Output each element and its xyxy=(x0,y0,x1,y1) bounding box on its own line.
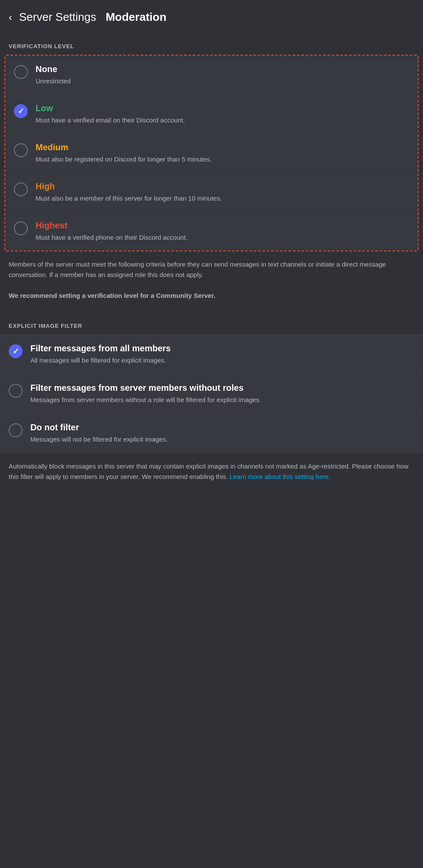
header: ‹ Server Settings Moderation xyxy=(0,0,423,33)
option-subtitle-low: Must have a verified email on their Disc… xyxy=(36,116,185,125)
option-subtitle-high: Must also be a member of this server for… xyxy=(36,194,222,203)
option-subtitle-no-filter: Messages will not be filtered for explic… xyxy=(30,435,168,444)
option-text-none: None Unrestricted xyxy=(36,64,71,86)
option-title-none: None xyxy=(36,64,71,74)
radio-high[interactable] xyxy=(14,182,28,196)
explicit-option-filter-no-roles[interactable]: Filter messages from server members with… xyxy=(0,374,423,413)
option-title-no-filter: Do not filter xyxy=(30,422,168,432)
radio-no-filter[interactable] xyxy=(9,423,23,437)
verification-description: Members of the server must meet the foll… xyxy=(0,251,423,309)
option-title-filter-all: Filter messages from all members xyxy=(30,343,171,353)
option-text-filter-no-roles: Filter messages from server members with… xyxy=(30,383,261,404)
verification-option-none[interactable]: None Unrestricted xyxy=(5,56,418,95)
verification-option-medium[interactable]: Medium Must also be registered on Discor… xyxy=(5,134,418,173)
radio-low[interactable] xyxy=(14,104,28,118)
option-subtitle-filter-no-roles: Messages from server members without a r… xyxy=(30,395,261,404)
option-subtitle-none: Unrestricted xyxy=(36,76,71,86)
option-title-highest: Highest xyxy=(36,221,187,231)
explicit-option-filter-all[interactable]: Filter messages from all members All mes… xyxy=(0,335,423,374)
learn-more-link[interactable]: Learn more about this setting here. xyxy=(230,473,331,480)
option-subtitle-medium: Must also be registered on Discord for l… xyxy=(36,155,212,164)
option-text-medium: Medium Must also be registered on Discor… xyxy=(36,142,212,164)
radio-medium[interactable] xyxy=(14,143,28,157)
explicit-footer: Automatically block messages in this ser… xyxy=(0,453,423,490)
verification-recommendation: We recommend setting a verification leve… xyxy=(9,292,216,299)
explicit-option-no-filter[interactable]: Do not filter Messages will not be filte… xyxy=(0,414,423,453)
option-text-highest: Highest Must have a verified phone on th… xyxy=(36,221,187,242)
option-text-low: Low Must have a verified email on their … xyxy=(36,103,185,125)
radio-none[interactable] xyxy=(14,65,28,79)
radio-filter-all[interactable] xyxy=(9,344,23,358)
back-button[interactable]: ‹ xyxy=(9,11,12,23)
radio-filter-no-roles[interactable] xyxy=(9,384,23,398)
verification-options-box: None Unrestricted Low Must have a verifi… xyxy=(4,55,419,251)
option-title-low: Low xyxy=(36,103,185,113)
radio-highest[interactable] xyxy=(14,221,28,235)
option-subtitle-highest: Must have a verified phone on their Disc… xyxy=(36,233,187,242)
option-title-medium: Medium xyxy=(36,142,212,152)
verification-option-high[interactable]: High Must also be a member of this serve… xyxy=(5,173,418,212)
explicit-section-label: EXPLICIT IMAGE FILTER xyxy=(0,312,423,334)
option-subtitle-filter-all: All messages will be filtered for explic… xyxy=(30,356,171,365)
option-title-filter-no-roles: Filter messages from server members with… xyxy=(30,383,261,393)
verification-option-highest[interactable]: Highest Must have a verified phone on th… xyxy=(5,212,418,251)
option-title-high: High xyxy=(36,182,222,191)
page-title: Server Settings Moderation xyxy=(19,10,167,24)
option-text-high: High Must also be a member of this serve… xyxy=(36,182,222,203)
option-text-filter-all: Filter messages from all members All mes… xyxy=(30,343,171,365)
section-divider xyxy=(0,309,423,312)
option-text-no-filter: Do not filter Messages will not be filte… xyxy=(30,422,168,444)
verification-option-low[interactable]: Low Must have a verified email on their … xyxy=(5,95,418,134)
verification-section-label: VERIFICATION LEVEL xyxy=(0,33,423,55)
